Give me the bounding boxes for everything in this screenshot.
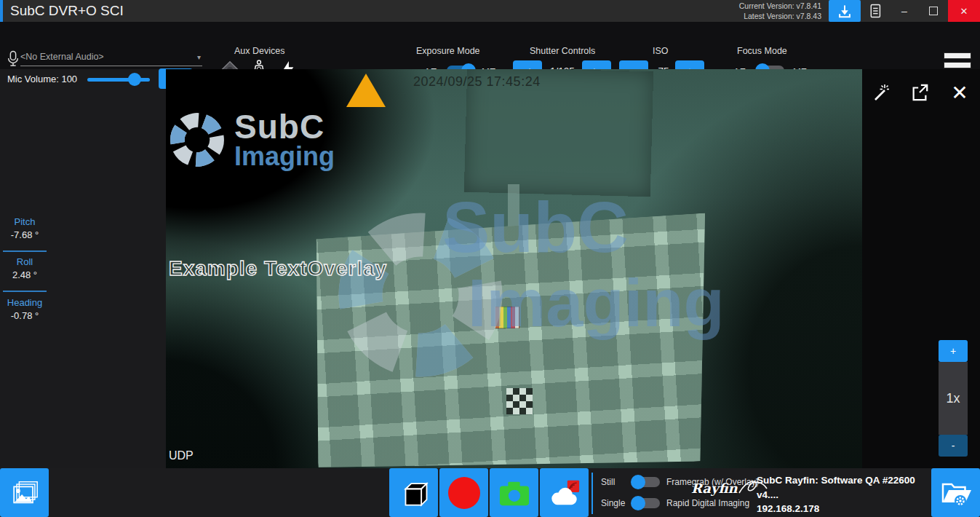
log-document-icon <box>869 4 882 18</box>
minimize-button[interactable]: – <box>890 0 919 22</box>
protocol-label: UDP <box>169 449 194 462</box>
roll-value: 2.48 ° <box>0 269 49 280</box>
microphone-icon <box>6 50 20 68</box>
watermark-text-line1: SubC <box>442 192 629 263</box>
video-feed: SubC Imaging SubC Imaging 2024/09/25 17:… <box>166 69 862 468</box>
signature-swoosh <box>738 477 768 499</box>
device-ip: 192.168.2.178 <box>757 502 931 516</box>
external-audio-value: <No External Audio> <box>20 52 104 62</box>
aux-devices-label: Aux Devices <box>234 46 284 56</box>
video-timestamp: 2024/09/25 17:45:24 <box>413 74 541 90</box>
exposure-mode-label: Exposure Mode <box>416 46 480 56</box>
still-label: Still <box>601 477 615 487</box>
maximize-icon <box>929 7 938 15</box>
external-link-icon <box>910 83 929 102</box>
logo-line2: Imaging <box>234 143 335 170</box>
telemetry-divider <box>3 250 47 252</box>
close-button[interactable]: ✕ <box>948 0 980 22</box>
bottom-divider <box>591 473 593 514</box>
camera-toolbar: <No External Audio> ▾ Mic Volume: 100 Mu… <box>0 22 980 69</box>
aperture-icon <box>167 110 227 170</box>
record-icon <box>448 477 480 509</box>
roll-label: Roll <box>0 256 49 267</box>
record-3d-button[interactable] <box>389 468 438 517</box>
record-video-button[interactable] <box>439 468 488 517</box>
gallery-icon <box>8 477 41 509</box>
example-text-overlay: Example TextOverlay <box>169 257 387 280</box>
capture-still-button[interactable] <box>490 468 538 517</box>
close-video-button[interactable]: ✕ <box>948 80 971 105</box>
rapid-label: Rapid Digital Imaging <box>666 498 749 508</box>
iso-label: ISO <box>653 46 669 56</box>
external-audio-select[interactable]: <No External Audio> ▾ <box>20 48 202 66</box>
chevron-down-icon: ▾ <box>197 53 201 61</box>
zoom-out-button[interactable]: - <box>939 435 968 457</box>
heading-value: -0.78 ° <box>0 310 49 321</box>
lens-wizard-button[interactable] <box>868 80 891 105</box>
checkerboard-patch <box>506 388 533 414</box>
app-title: SubC DVR+O SCI <box>10 0 124 22</box>
device-name: SubC Rayfin: Software QA #22600 v4.... <box>757 473 931 502</box>
title-accent-strip <box>0 0 3 22</box>
download-icon <box>837 3 853 19</box>
title-bar: SubC DVR+O SCI Current Version: v7.8.41 … <box>0 0 980 22</box>
zoom-control: + 1x - <box>939 340 968 457</box>
titlebar-right-cluster: Current Version: v7.8.41 Latest Version:… <box>732 0 980 22</box>
maximize-button[interactable] <box>919 0 948 22</box>
watermark-text-line2: Imaging <box>468 269 725 336</box>
cube-icon <box>397 476 431 510</box>
telemetry-divider <box>3 291 47 292</box>
pitch-value: -7.68 ° <box>0 229 49 240</box>
cloud-stream-button[interactable] <box>540 468 589 517</box>
hamburger-icon <box>944 52 971 59</box>
zoom-level: 1x <box>939 362 968 435</box>
warning-triangle-icon <box>346 74 386 107</box>
latest-version: Latest Version: v7.8.43 <box>739 11 821 21</box>
app-window: SubC DVR+O SCI Current Version: v7.8.41 … <box>0 0 980 517</box>
log-button[interactable] <box>861 0 890 22</box>
logo-text: SubC Imaging <box>234 110 335 170</box>
update-download-button[interactable] <box>829 0 861 22</box>
focus-mode-label: Focus Mode <box>737 46 787 56</box>
heading-label: Heading <box>0 297 49 308</box>
file-manager-button[interactable] <box>931 468 980 517</box>
logo-line1: SubC <box>234 110 335 143</box>
current-version: Current Version: v7.8.41 <box>739 1 821 11</box>
mic-volume-label: Mic Volume: 100 <box>7 74 77 84</box>
single-rapid-toggle[interactable] <box>632 498 660 508</box>
gallery-button[interactable] <box>0 468 49 517</box>
zoom-in-button[interactable]: + <box>939 340 968 362</box>
cloud-signal-icon <box>547 477 582 509</box>
device-info: SubC Rayfin: Software QA #22600 v4.... 1… <box>757 473 931 516</box>
pitch-label: Pitch <box>0 216 49 227</box>
popout-video-button[interactable] <box>908 80 931 105</box>
rayfin-signature: Rayfin <box>691 477 768 499</box>
folder-gear-icon <box>938 476 974 510</box>
single-label: Single <box>601 498 625 508</box>
camera-icon <box>497 478 532 508</box>
magic-wand-icon <box>869 82 890 103</box>
version-info: Current Version: v7.8.41 Latest Version:… <box>732 0 829 22</box>
shutter-controls-label: Shutter Controls <box>530 46 595 56</box>
subc-imaging-logo: SubC Imaging <box>167 110 335 170</box>
signature-text: Rayfin <box>691 481 738 496</box>
mic-volume-slider-thumb[interactable] <box>128 73 141 86</box>
still-framegrab-toggle[interactable] <box>632 477 660 487</box>
